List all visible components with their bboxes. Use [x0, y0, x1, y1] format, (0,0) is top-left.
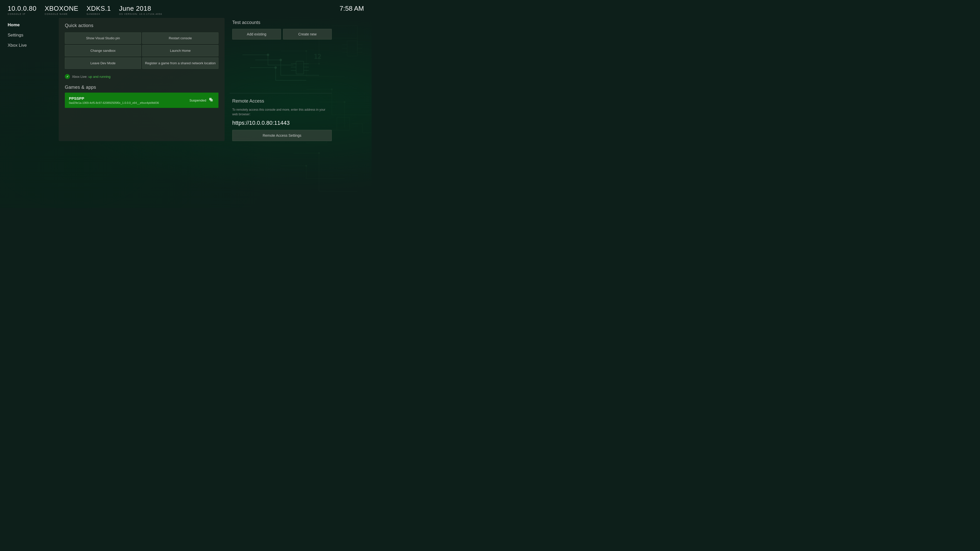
- sidebar: Home Settings Xbox Live: [8, 18, 59, 141]
- game-item-ppsspp[interactable]: PPSSPP 0ad29e1a-1069-4cf5-8c97-620892505…: [65, 93, 218, 108]
- console-ip-label: CONSOLE IP: [8, 13, 37, 15]
- header: 10.0.0.80 CONSOLE IP XBOXONE CONSOLE NAM…: [0, 0, 372, 18]
- svg-point-16: [267, 54, 269, 56]
- svg-text:12: 12: [314, 53, 321, 60]
- svg-rect-15: [210, 99, 213, 101]
- remote-access-desc: To remotely access this console and more…: [232, 107, 332, 117]
- right-panel: Test accounts Add existing Create new: [230, 18, 332, 141]
- xbox-live-label: Xbox Live: up and running: [72, 75, 110, 79]
- console-ip-value: 10.0.0.80: [8, 5, 37, 13]
- test-accounts-buttons: Add existing Create new: [232, 29, 332, 40]
- os-version-label: OS VERSION: 10.0.17134.4056: [119, 13, 162, 15]
- console-name-item: XBOXONE CONSOLE NAME: [45, 5, 78, 15]
- leave-dev-mode-button[interactable]: Leave Dev Mode: [65, 57, 141, 69]
- remote-access-section: Remote Access To remotely access this co…: [230, 96, 332, 141]
- xbox-live-status: Xbox Live: up and running: [65, 73, 218, 81]
- status-check-icon: [65, 74, 70, 79]
- os-version-item: June 2018 OS VERSION: 10.0.17134.4056: [119, 5, 162, 15]
- console-ip-item: 10.0.0.80 CONSOLE IP: [8, 5, 37, 15]
- svg-point-17: [280, 59, 282, 61]
- games-apps-title: Games & apps: [65, 85, 218, 90]
- game-name: PPSSPP: [69, 96, 159, 100]
- header-left: 10.0.0.80 CONSOLE IP XBOXONE CONSOLE NAM…: [8, 5, 162, 15]
- right-spacer-decoration: 12: [230, 44, 332, 91]
- sandbox-label: SANDBOX: [86, 13, 111, 15]
- add-existing-button[interactable]: Add existing: [232, 29, 281, 40]
- os-version-short: June 2018: [119, 5, 162, 13]
- change-sandbox-button[interactable]: Change sandbox: [65, 45, 141, 56]
- quick-actions-title: Quick actions: [65, 23, 218, 28]
- main-layout: Home Settings Xbox Live Quick actions Sh…: [0, 18, 372, 141]
- sidebar-item-home[interactable]: Home: [8, 20, 59, 30]
- current-time: 7:58 AM: [340, 5, 364, 13]
- test-accounts-title: Test accounts: [232, 20, 332, 25]
- test-accounts-section: Test accounts Add existing Create new: [230, 18, 332, 44]
- sandbox-item: XDKS.1 SANDBOX: [86, 5, 111, 15]
- game-id: 0ad29e1a-1069-4cf5-8c97-620892505f0c_1.0…: [69, 101, 159, 104]
- restart-console-button[interactable]: Restart console: [142, 32, 218, 44]
- launch-home-button[interactable]: Launch Home: [142, 45, 218, 56]
- remote-access-title: Remote Access: [232, 98, 332, 104]
- remote-access-settings-button[interactable]: Remote Access Settings: [232, 130, 332, 141]
- xbox-live-prefix: Xbox Live:: [72, 75, 88, 79]
- console-name-value: XBOXONE: [45, 5, 78, 13]
- circuit-art-svg: 12: [230, 44, 332, 91]
- game-status-area: Suspended: [189, 97, 215, 103]
- svg-point-18: [275, 67, 277, 68]
- svg-point-5: [318, 152, 320, 154]
- game-status: Suspended: [189, 98, 206, 102]
- right-separator: [230, 93, 332, 94]
- console-name-label: CONSOLE NAME: [45, 13, 78, 15]
- sandbox-value: XDKS.1: [86, 5, 111, 13]
- quick-actions-grid: Show Visual Studio pin Restart console C…: [65, 32, 218, 69]
- svg-point-4: [305, 165, 307, 167]
- sidebar-item-settings[interactable]: Settings: [8, 30, 59, 40]
- show-vs-pin-button[interactable]: Show Visual Studio pin: [65, 32, 141, 44]
- create-new-button[interactable]: Create new: [283, 29, 332, 40]
- center-panel: Quick actions Show Visual Studio pin Res…: [59, 18, 224, 141]
- sidebar-item-xboxlive[interactable]: Xbox Live: [8, 40, 59, 51]
- xbox-live-running: up and running: [88, 75, 110, 79]
- game-info: PPSSPP 0ad29e1a-1069-4cf5-8c97-620892505…: [69, 96, 159, 104]
- game-multi-window-icon: [209, 97, 215, 103]
- register-game-button[interactable]: Register a game from a shared network lo…: [142, 57, 218, 69]
- remote-access-url: https://10.0.0.80:11443: [232, 120, 332, 126]
- svg-rect-19: [296, 61, 304, 74]
